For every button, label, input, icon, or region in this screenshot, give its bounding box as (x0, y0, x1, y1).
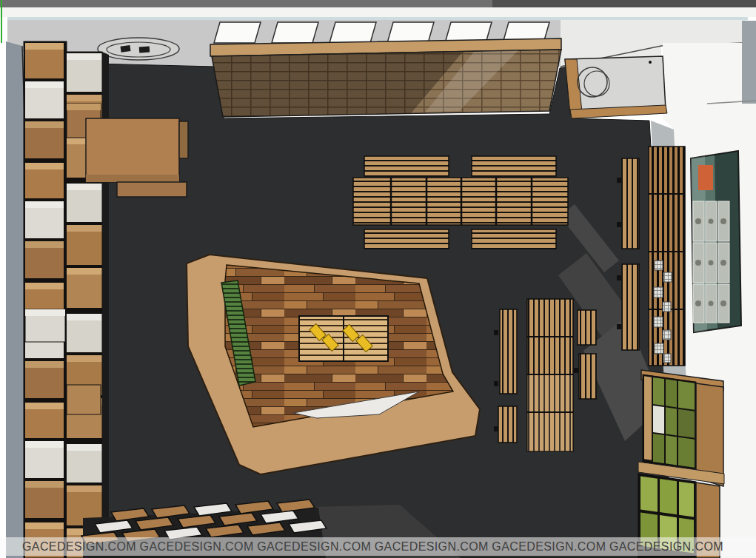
watermark-band: GACEDESIGN.COM GACEDESIGN.COM GACEDESIGN… (0, 537, 756, 556)
slat-bench-vertical (578, 310, 596, 345)
light-fixture-glyph (139, 47, 150, 53)
clerestory-glass-line (7, 17, 748, 20)
desk-side-panel (179, 121, 188, 158)
poster-orange-panel (698, 165, 713, 190)
wall-poster (691, 151, 741, 332)
slat-bench-vertical (498, 406, 517, 443)
desk-top (86, 118, 179, 182)
watermark-text: GACEDESIGN.COM (492, 540, 606, 554)
desk-front-edge (86, 175, 179, 182)
render-viewport: GACEDESIGN.COM GACEDESIGN.COM GACEDESIGN… (0, 0, 756, 558)
shelving-column-outer (24, 41, 67, 558)
green-cube-cabinet (638, 370, 724, 558)
cabinet-upper-cells (643, 374, 696, 469)
wall-top-white (0, 7, 756, 17)
right-wall-corner-strip (742, 21, 756, 104)
ceiling-light-oval (98, 38, 179, 60)
slat-bench-vertical (500, 309, 517, 394)
service-counter (565, 56, 667, 118)
watermark-text: GACEDESIGN.COM (22, 540, 136, 554)
slat-bench (472, 156, 556, 176)
platform-table (299, 316, 388, 361)
watermark-text: GACEDESIGN.COM (375, 540, 489, 554)
rack-column (622, 158, 639, 249)
slatted-display-wall (210, 38, 561, 117)
desk-return (117, 182, 187, 197)
slat-bench (364, 156, 449, 176)
slat-bench-vertical (579, 354, 596, 399)
watermark-text: GACEDESIGN.COM (140, 540, 254, 554)
counter-dot (649, 61, 652, 64)
watermark-text: GACEDESIGN.COM (609, 540, 723, 554)
slat-bench (364, 229, 449, 249)
render-canvas (0, 0, 756, 558)
watermark-text: GACEDESIGN.COM (257, 540, 371, 554)
axis-guide-line (1, 0, 2, 43)
slat-bench (472, 229, 556, 249)
rack-column (622, 264, 639, 350)
